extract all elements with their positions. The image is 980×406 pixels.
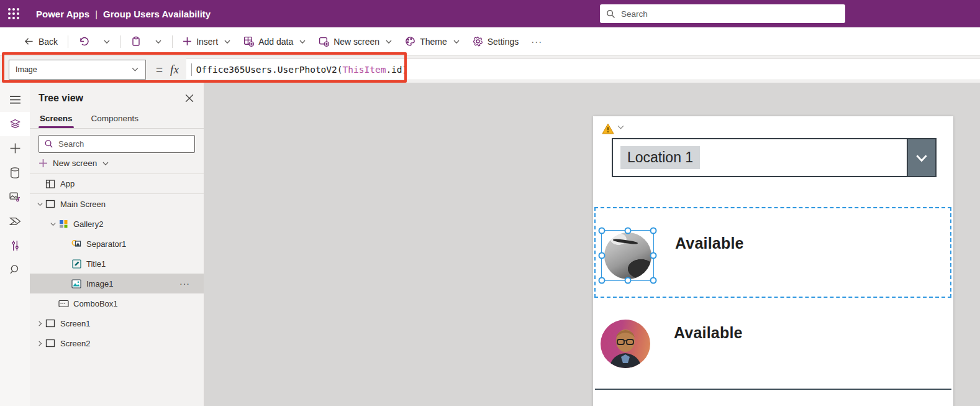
rail-item-tree-view[interactable] [0,112,30,136]
resize-handle[interactable] [624,277,631,284]
resize-handle[interactable] [650,228,657,234]
gallery-icon [58,219,69,229]
search-icon [44,139,53,149]
toolbar-divider [172,35,173,48]
screen-icon [45,318,56,328]
resize-handle[interactable] [599,277,606,284]
chevron-right-icon[interactable] [35,340,45,347]
image1-selection-box[interactable] [601,230,654,281]
back-label: Back [39,37,58,47]
tree-item-gallery2[interactable]: Gallery2 [30,214,204,234]
equals-sign: = [156,63,163,76]
formula-text: Office365Users.UserPhotoV2(ThisItem.id) [196,65,407,75]
tree-item-main-screen[interactable]: Main Screen [30,194,204,214]
resize-handle[interactable] [599,228,606,234]
new-screen-button[interactable]: New screen [312,32,399,52]
power-automate-icon [9,216,21,226]
header-search-input[interactable]: Search [600,4,845,23]
tree-view-icon [9,119,21,130]
main-area: Tree view Screens Components Search New … [0,83,980,406]
tab-components[interactable]: Components [90,110,140,128]
tree-search-input[interactable]: Search [39,135,195,153]
warning-badge[interactable] [602,123,625,134]
tree-item-label: ComboBox1 [73,299,118,308]
toolbar-divider [68,35,68,48]
theme-button[interactable]: Theme [399,32,466,52]
undo-icon [78,36,89,47]
text-cursor [191,63,192,76]
resize-handle[interactable] [599,252,606,259]
image-icon [71,279,82,288]
formula-input[interactable]: Office365Users.UserPhotoV2(ThisItem.id) [186,58,980,80]
tree-item-screen2[interactable]: Screen2 [30,333,204,353]
rail-item-insert[interactable] [0,136,30,160]
screen-icon [45,199,56,209]
user-photo [604,233,651,279]
tree-item-title1[interactable]: Title1 [30,254,204,274]
more-commands-button[interactable]: ··· [525,36,548,47]
user-photo[interactable] [601,320,650,368]
chevron-down-icon[interactable] [35,201,45,208]
location-combobox[interactable]: Location 1 [612,138,937,177]
new-screen-button[interactable]: New screen [39,159,195,168]
tree-item-combobox1[interactable]: ComboBox1 [30,293,204,313]
search-icon [10,264,20,275]
rail-item-media[interactable] [0,185,30,209]
theme-label: Theme [420,37,447,47]
tree-item-label: Title1 [86,259,106,269]
app-header: Power Apps | Group Users Availability Se… [0,0,980,27]
app-icon [45,179,56,189]
resize-handle[interactable] [650,252,657,259]
tree-item-separator1[interactable]: Separator1 [30,234,204,254]
combobox-expand-button[interactable] [907,139,935,176]
rail-item-advanced-tools[interactable] [0,233,30,257]
insert-button[interactable]: Insert [176,32,237,52]
chevron-down-icon [102,160,109,167]
hamburger-icon [9,95,21,105]
availability-status: Available [674,324,743,342]
undo-dropdown[interactable] [96,32,117,52]
app-name: Power Apps [36,9,89,19]
add-data-label: Add data [258,37,293,47]
plus-icon [183,37,192,46]
shape-icon [71,239,82,249]
tree-item-image1[interactable]: Image1 ··· [30,274,204,293]
resize-handle[interactable] [650,277,657,284]
resize-handle[interactable] [624,228,631,234]
design-canvas[interactable]: Location 1 [204,83,980,406]
undo-button[interactable] [72,32,96,52]
back-button[interactable]: Back [17,32,64,52]
add-data-button[interactable]: Add data [237,32,312,52]
paste-dropdown[interactable] [147,32,168,52]
item-context-menu-button[interactable]: ··· [179,279,190,288]
chevron-down-icon[interactable] [48,221,58,228]
chevron-right-icon[interactable] [35,320,45,327]
waffle-menu-button[interactable] [0,0,27,27]
rail-item-power-automate[interactable] [0,209,30,233]
chevron-down-icon [914,150,930,166]
close-panel-button[interactable] [185,94,194,103]
chevron-down-icon [299,38,306,45]
combobox-selected-value: Location 1 [620,146,700,169]
chevron-down-icon [131,65,139,73]
property-selector[interactable]: Image [9,60,146,80]
tree-item-label: App [60,179,75,188]
screen-icon [45,338,56,348]
chevron-down-icon [103,38,111,45]
rail-item-search[interactable] [0,257,30,282]
warning-icon [602,123,614,134]
paste-button[interactable] [125,32,147,52]
chevron-down-icon[interactable] [617,123,625,131]
rail-item-data[interactable] [0,160,30,185]
collapse-menu-button[interactable] [0,88,30,112]
clipboard-icon [131,36,141,47]
panel-title: Tree view [39,93,83,104]
settings-button[interactable]: Settings [466,32,525,52]
tree-item-label: Screen1 [60,319,90,328]
title-divider: | [95,9,98,19]
insert-label: Insert [196,37,218,47]
tree-item-screen1[interactable]: Screen1 [30,313,204,333]
tab-screens[interactable]: Screens [39,110,74,128]
tree-item-app[interactable]: App [30,174,204,194]
gallery-item-selected[interactable]: Available [594,207,951,298]
